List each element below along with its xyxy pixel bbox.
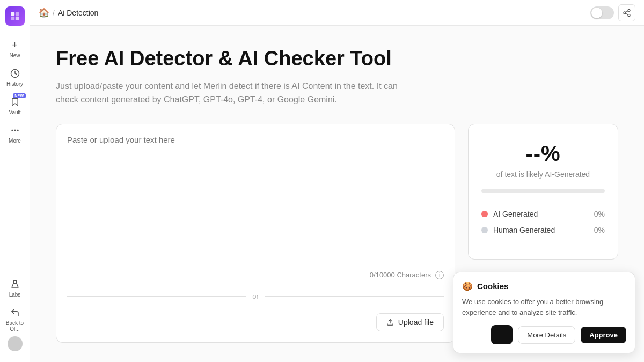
history-icon xyxy=(9,67,21,80)
info-icon[interactable]: i xyxy=(435,271,444,279)
upload-section: Upload file xyxy=(56,307,455,342)
cookie-approve-button[interactable]: Approve xyxy=(581,327,626,343)
divider-row: or xyxy=(56,286,455,307)
svg-point-6 xyxy=(14,130,16,131)
sidebar-item-more-label: More xyxy=(9,138,21,144)
divider-or-label: or xyxy=(252,292,259,300)
stat-row-ai: AI Generated 0% xyxy=(481,210,605,218)
stat-row-human: Human Generated 0% xyxy=(481,226,605,234)
page-title: Free AI Detector & AI Checker Tool xyxy=(56,47,618,71)
upload-file-button[interactable]: Upload file xyxy=(376,313,444,331)
sidebar-item-back[interactable]: Back to Ol... xyxy=(0,302,30,336)
avatar[interactable] xyxy=(8,336,23,351)
svg-point-5 xyxy=(11,130,13,131)
svg-line-11 xyxy=(626,13,628,15)
progress-bar-background xyxy=(481,189,605,193)
theme-toggle[interactable] xyxy=(590,6,614,19)
cookie-close-button[interactable] xyxy=(491,325,513,344)
cookie-icon: 🍪 xyxy=(462,281,473,291)
svg-line-12 xyxy=(626,11,628,12)
cookie-text: We use cookies to offer you a better bro… xyxy=(462,297,626,317)
sidebar-item-labs[interactable]: Labs xyxy=(0,274,30,302)
cookie-actions: More Details Approve xyxy=(462,325,626,344)
text-input-card: 0/10000 Characters i or Uplo xyxy=(56,124,455,343)
results-card: --% of text is likely AI-Generated AI Ge… xyxy=(468,124,618,260)
sidebar-item-labs-label: Labs xyxy=(9,292,21,298)
human-generated-dot xyxy=(481,227,488,233)
divider-right xyxy=(265,296,444,297)
labs-icon xyxy=(9,278,21,291)
upload-icon xyxy=(386,319,394,326)
divider-left xyxy=(67,296,246,297)
back-icon xyxy=(9,306,21,319)
percent-label: of text is likely AI-Generated xyxy=(481,170,605,179)
vault-new-badge: NEW xyxy=(13,93,25,98)
human-generated-label: Human Generated xyxy=(493,226,589,234)
more-dots-icon xyxy=(9,124,21,137)
ai-generated-dot xyxy=(481,211,488,217)
sidebar-item-more[interactable]: More xyxy=(0,120,30,148)
human-generated-value: 0% xyxy=(594,226,605,234)
sidebar-item-history-label: History xyxy=(6,81,23,87)
sidebar-item-history[interactable]: History xyxy=(0,63,30,91)
cookie-banner: 🍪 Cookies We use cookies to offer you a … xyxy=(453,272,635,353)
svg-point-7 xyxy=(17,130,18,131)
page-subtitle: Just upload/paste your content and let M… xyxy=(56,79,421,107)
sidebar-item-new[interactable]: + New xyxy=(0,34,30,63)
breadcrumb: 🏠 / Ai Detection xyxy=(39,8,98,18)
sidebar-item-vault-label: Vault xyxy=(9,109,20,115)
share-button[interactable] xyxy=(618,4,635,21)
sidebar-item-vault[interactable]: NEW Vault xyxy=(0,91,30,120)
sidebar-item-back-label: Back to Ol... xyxy=(2,320,27,332)
char-count: 0/10000 Characters xyxy=(370,271,431,279)
text-card-footer: 0/10000 Characters i xyxy=(56,264,455,286)
cookie-header: 🍪 Cookies xyxy=(462,281,626,291)
sidebar: + New History NEW Vault More xyxy=(0,0,30,362)
topbar: 🏠 / Ai Detection xyxy=(30,0,644,26)
cookie-more-details-button[interactable]: More Details xyxy=(518,326,575,344)
svg-rect-3 xyxy=(15,17,19,20)
cookie-title: Cookies xyxy=(477,282,508,291)
ai-generated-label: AI Generated xyxy=(493,210,589,218)
text-input[interactable] xyxy=(56,124,455,264)
vault-icon: NEW xyxy=(9,95,21,108)
breadcrumb-separator: / xyxy=(53,9,55,17)
upload-btn-label: Upload file xyxy=(398,318,434,327)
ai-generated-value: 0% xyxy=(594,210,605,218)
svg-rect-1 xyxy=(15,12,19,16)
svg-rect-2 xyxy=(11,17,14,20)
home-icon[interactable]: 🏠 xyxy=(39,8,49,18)
plus-icon: + xyxy=(9,39,21,51)
percent-display: --% xyxy=(481,142,605,166)
app-logo[interactable] xyxy=(5,6,25,26)
sidebar-item-new-label: New xyxy=(9,53,20,58)
svg-rect-0 xyxy=(11,12,14,16)
breadcrumb-current-page: Ai Detection xyxy=(58,9,98,17)
